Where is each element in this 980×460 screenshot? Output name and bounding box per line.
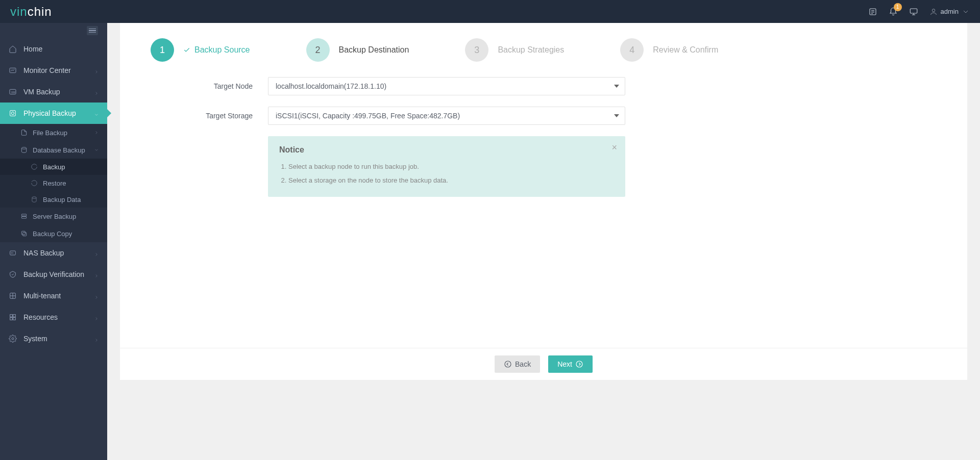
refresh-icon (31, 163, 38, 170)
chevron-right-icon (94, 336, 99, 341)
next-button-label: Next (557, 360, 572, 368)
chevron-right-icon (94, 68, 99, 73)
file-icon (20, 129, 28, 136)
chevron-down-icon (94, 146, 99, 154)
sidebar-item-db-backup-data[interactable]: Backup Data (0, 191, 107, 208)
sidebar-toggle-area (0, 23, 107, 38)
sidebar-label: Server Backup (33, 213, 76, 220)
sidebar-item-database-backup[interactable]: Database Backup (0, 141, 107, 159)
notice-box: × Notice Select a backup node to run thi… (268, 136, 625, 197)
svg-rect-11 (10, 111, 16, 116)
sidebar-label: Resources (23, 313, 58, 321)
svg-rect-15 (21, 214, 26, 216)
sidebar: Home Monitor Center VM VM Backup Physica… (0, 23, 107, 460)
gear-icon (8, 334, 17, 343)
header-right: 1 admin (868, 7, 970, 16)
sidebar-label: Database Backup (33, 146, 85, 154)
svg-point-7 (932, 9, 935, 11)
wizard-step-4[interactable]: 4 Review & Confirm (620, 38, 718, 62)
resources-icon (8, 313, 17, 322)
app-header: vinchin 1 admin (0, 0, 980, 23)
svg-rect-17 (23, 233, 27, 236)
bell-icon[interactable]: 1 (889, 7, 898, 16)
svg-rect-28 (13, 318, 16, 320)
svg-rect-18 (21, 231, 25, 235)
check-icon (183, 46, 190, 54)
restore-icon (31, 180, 38, 187)
chevron-right-icon (94, 293, 99, 298)
hamburger-icon[interactable] (87, 26, 98, 35)
svg-point-14 (32, 197, 36, 199)
svg-rect-27 (10, 318, 13, 320)
vm-icon: VM (8, 87, 17, 96)
sidebar-label: Backup (43, 163, 65, 171)
close-icon[interactable]: × (611, 142, 617, 153)
target-storage-row: Target Storage iSCSI1(iSCSI, Capacity :4… (151, 107, 937, 125)
user-menu[interactable]: admin (929, 8, 970, 16)
main-content: 1 Backup Source 2 Backup Destination 3 B… (107, 23, 980, 460)
sidebar-item-monitor-center[interactable]: Monitor Center (0, 60, 107, 81)
chevron-right-icon (94, 250, 99, 255)
sidebar-item-resources[interactable]: Resources (0, 306, 107, 328)
chevron-right-icon (94, 129, 99, 137)
sidebar-item-nas-backup[interactable]: NAS Backup (0, 242, 107, 264)
wizard-step-label: Backup Destination (339, 45, 409, 55)
notice-item: Select a storage on the node to store th… (288, 174, 614, 187)
svg-point-30 (505, 361, 511, 367)
wizard-step-label: Backup Strategies (498, 45, 564, 55)
chevron-right-icon (94, 315, 99, 320)
notice-title: Notice (279, 145, 614, 155)
svg-text:VM: VM (11, 91, 15, 94)
sidebar-item-backup-verification[interactable]: Backup Verification (0, 264, 107, 285)
target-node-select-wrap: localhost.localdomain(172.18.1.10) (268, 77, 625, 95)
svg-point-29 (12, 338, 14, 340)
sidebar-label: Multi-tenant (23, 292, 61, 300)
target-storage-label: Target Storage (151, 112, 268, 120)
target-node-select[interactable]: localhost.localdomain(172.18.1.10) (268, 77, 625, 95)
copy-icon (20, 230, 28, 237)
sidebar-label: File Backup (33, 129, 67, 137)
sidebar-item-vm-backup[interactable]: VM VM Backup (0, 81, 107, 103)
back-button[interactable]: Back (495, 355, 540, 373)
sidebar-item-home[interactable]: Home (0, 38, 107, 60)
svg-rect-4 (910, 9, 917, 13)
notice-item: Select a backup node to run this backup … (288, 161, 614, 173)
next-button[interactable]: Next (548, 355, 593, 373)
chevron-right-icon (94, 272, 99, 277)
wizard-panel: 1 Backup Source 2 Backup Destination 3 B… (120, 23, 967, 380)
sidebar-label: Restore (43, 180, 66, 187)
back-button-label: Back (515, 360, 531, 368)
sidebar-item-multi-tenant[interactable]: Multi-tenant (0, 285, 107, 306)
sidebar-label: Physical Backup (23, 109, 76, 117)
svg-rect-25 (10, 315, 13, 317)
sidebar-label: Monitor Center (23, 66, 71, 74)
wizard-step-1[interactable]: 1 Backup Source (151, 38, 250, 62)
notice-list: Select a backup node to run this backup … (279, 161, 614, 187)
wizard-step-2[interactable]: 2 Backup Destination (306, 38, 409, 62)
sidebar-item-db-restore[interactable]: Restore (0, 175, 107, 191)
nas-icon (8, 248, 17, 258)
list-icon[interactable] (868, 7, 877, 16)
svg-point-12 (11, 112, 14, 114)
sidebar-item-db-backup[interactable]: Backup (0, 159, 107, 175)
target-storage-select[interactable]: iSCSI1(iSCSI, Capacity :499.75GB, Free S… (268, 107, 625, 125)
wizard-step-3[interactable]: 3 Backup Strategies (465, 38, 564, 62)
wizard-step-label: Backup Source (194, 45, 250, 55)
sidebar-label: VM Backup (23, 88, 60, 96)
sidebar-item-file-backup[interactable]: File Backup (0, 124, 107, 141)
wizard-step-label: Review & Confirm (653, 45, 718, 55)
svg-rect-26 (13, 315, 16, 317)
wizard-step-num: 4 (620, 38, 644, 62)
target-node-label: Target Node (151, 82, 268, 90)
sidebar-item-physical-backup[interactable]: Physical Backup (0, 103, 107, 124)
chevron-down-icon (94, 111, 99, 116)
sidebar-item-system[interactable]: System (0, 328, 107, 349)
monitor-icon[interactable] (909, 7, 918, 16)
user-label: admin (941, 8, 959, 15)
sidebar-item-server-backup[interactable]: Server Backup (0, 208, 107, 225)
wizard-step-num: 3 (465, 38, 488, 62)
sidebar-item-backup-copy[interactable]: Backup Copy (0, 225, 107, 242)
svg-rect-16 (21, 217, 26, 219)
physical-backup-icon (8, 109, 17, 118)
verification-icon (8, 270, 17, 279)
